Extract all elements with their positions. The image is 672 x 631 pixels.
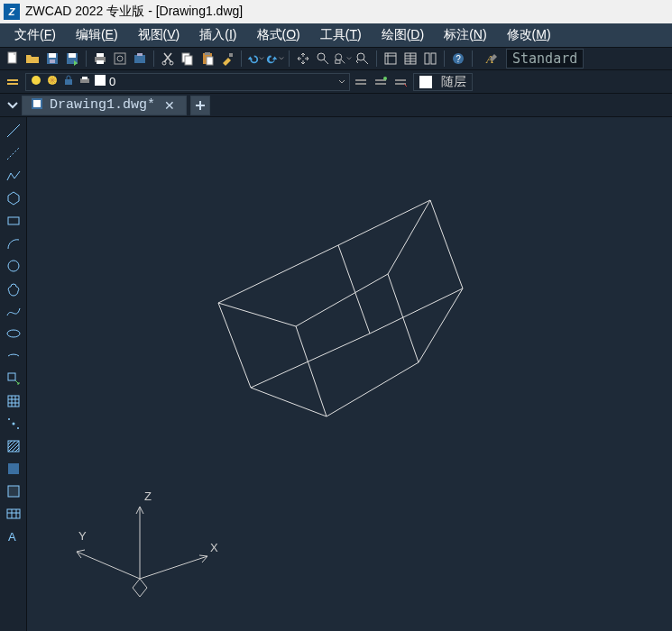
doc-tab-list-button[interactable]: [4, 96, 22, 114]
svg-rect-45: [8, 373, 15, 380]
app-logo-icon: Z: [4, 4, 20, 20]
svg-rect-6: [69, 53, 76, 58]
cut-button[interactable]: [159, 50, 177, 68]
window-title: ZWCAD 2022 专业版 - [Drawing1.dwg]: [25, 4, 243, 20]
save-button[interactable]: [43, 50, 61, 68]
svg-rect-12: [134, 55, 145, 63]
text-style-button[interactable]: A: [483, 50, 501, 68]
separator: [289, 50, 290, 67]
separator: [153, 50, 154, 67]
svg-rect-34: [65, 79, 72, 85]
axis-y-label: Y: [78, 529, 87, 543]
separator: [472, 50, 473, 67]
svg-rect-10: [115, 53, 125, 64]
standard-toolbar: ? A Standard: [0, 47, 672, 70]
publish-button[interactable]: [131, 50, 149, 68]
menu-format[interactable]: 格式(O): [248, 24, 309, 46]
paste-button[interactable]: [198, 50, 216, 68]
polyline-tool[interactable]: [4, 166, 23, 186]
rectangle-tool[interactable]: [4, 211, 23, 231]
print-preview-button[interactable]: [111, 50, 129, 68]
saveas-button[interactable]: [63, 50, 81, 68]
ellipse-arc-tool[interactable]: [4, 346, 23, 366]
separator: [444, 50, 445, 67]
mtext-tool[interactable]: A: [4, 526, 23, 546]
tool-palettes-button[interactable]: [421, 50, 439, 68]
menu-insert[interactable]: 插入(I): [190, 24, 245, 46]
open-button[interactable]: [23, 50, 41, 68]
svg-point-47: [12, 423, 14, 425]
layer-combo[interactable]: 0: [25, 73, 350, 91]
new-button[interactable]: [4, 50, 22, 68]
layer-iso-button[interactable]: [372, 73, 390, 91]
titlebar: Z ZWCAD 2022 专业版 - [Drawing1.dwg]: [0, 0, 672, 23]
layer-plot-icon: [78, 74, 91, 89]
document-tab-active[interactable]: Drawing1.dwg* ✕: [22, 96, 187, 115]
hatch-tool[interactable]: [4, 436, 23, 456]
layer-previous-button[interactable]: [352, 73, 370, 91]
point-tool[interactable]: [4, 414, 23, 434]
svg-rect-16: [185, 56, 192, 65]
construction-line-tool[interactable]: [4, 143, 23, 163]
gradient-tool[interactable]: [4, 459, 23, 479]
table-tool[interactable]: [4, 504, 23, 524]
ucs-icon: Z X Y: [90, 484, 216, 613]
svg-point-24: [357, 53, 364, 60]
linetype-combo[interactable]: 随层: [413, 73, 473, 91]
copy-button[interactable]: [179, 50, 197, 68]
pan-button[interactable]: [294, 50, 312, 68]
zoom-window-button[interactable]: [334, 50, 352, 68]
menu-draw[interactable]: 绘图(D): [373, 24, 433, 46]
text-style-field[interactable]: Standard: [506, 49, 584, 69]
polygon-tool[interactable]: [4, 188, 23, 208]
svg-point-21: [318, 53, 325, 60]
document-tab-filename: Drawing1.dwg*: [50, 97, 155, 113]
tab-close-button[interactable]: ✕: [161, 98, 179, 113]
help-button[interactable]: ?: [449, 50, 467, 68]
line-tool[interactable]: [4, 121, 23, 141]
layer-state-button[interactable]: [391, 73, 410, 91]
insert-block-tool[interactable]: [4, 369, 23, 389]
menu-view[interactable]: 视图(V): [129, 24, 189, 46]
redo-button[interactable]: [266, 50, 284, 68]
svg-point-48: [8, 418, 10, 420]
dwg-file-icon: [30, 96, 44, 114]
new-tab-button[interactable]: [190, 96, 210, 115]
svg-rect-52: [8, 486, 19, 497]
revcloud-tool[interactable]: [4, 279, 23, 298]
matchprop-button[interactable]: [218, 50, 236, 68]
svg-rect-3: [49, 53, 56, 58]
svg-rect-4: [50, 59, 55, 63]
text-style-group: A Standard: [483, 49, 584, 69]
layer-manager-button[interactable]: [4, 73, 22, 91]
drawing-canvas[interactable]: Z X Y: [27, 117, 672, 631]
layer-on-icon: [30, 74, 42, 89]
circle-tool[interactable]: [4, 256, 23, 276]
zoom-previous-button[interactable]: [354, 50, 372, 68]
arc-tool[interactable]: [4, 233, 23, 253]
svg-rect-1: [14, 52, 16, 55]
svg-rect-9: [97, 60, 104, 64]
linetype-label: 随层: [441, 74, 466, 90]
design-center-button[interactable]: [401, 50, 419, 68]
svg-rect-28: [431, 53, 436, 64]
menu-file[interactable]: 文件(F): [5, 24, 65, 46]
menu-edit[interactable]: 编辑(E): [67, 24, 127, 46]
zoom-realtime-button[interactable]: [314, 50, 332, 68]
workspace: A: [0, 117, 672, 631]
menu-dimension[interactable]: 标注(N): [435, 24, 495, 46]
svg-point-38: [383, 77, 387, 80]
region-tool[interactable]: [4, 481, 23, 501]
svg-rect-53: [7, 509, 20, 518]
svg-rect-19: [207, 57, 213, 65]
ellipse-tool[interactable]: [4, 324, 23, 343]
make-block-tool[interactable]: [4, 391, 23, 411]
menu-tools[interactable]: 工具(T): [311, 24, 371, 46]
print-button[interactable]: [91, 50, 109, 68]
layer-combo-drop-icon: [338, 75, 345, 88]
spline-tool[interactable]: [4, 301, 23, 321]
undo-button[interactable]: [246, 50, 264, 68]
properties-button[interactable]: [382, 50, 400, 68]
layer-toolbar: 0 随层: [0, 70, 672, 94]
menu-modify[interactable]: 修改(M): [498, 24, 560, 46]
